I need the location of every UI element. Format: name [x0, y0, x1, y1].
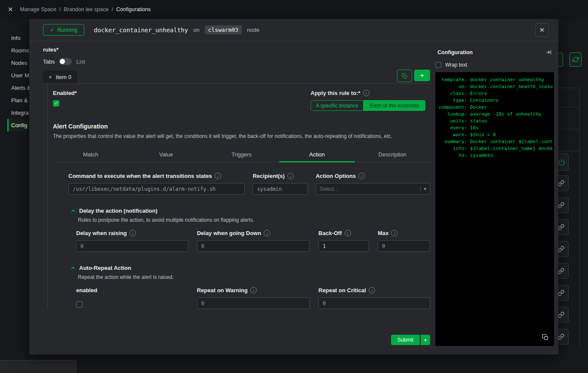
- auto-repeat-header[interactable]: Auto-Repeat Action: [71, 265, 430, 271]
- chevron-up-icon: [71, 208, 76, 214]
- alert-configuration-modal: ✓ Running docker_container_unhealthy on …: [29, 19, 558, 355]
- action-main-row: Command to execute when the alert transi…: [68, 173, 430, 195]
- breadcrumb-space-name[interactable]: Brandon lee space: [64, 6, 108, 12]
- tab-description[interactable]: Description: [355, 148, 430, 162]
- code-line: info: ${label:container_name} docke: [439, 145, 551, 152]
- sidebar-footer-area: [0, 360, 76, 373]
- sidebar-item-alerts[interactable]: Alerts &: [7, 82, 29, 94]
- arrow-to-bar-icon: [545, 49, 552, 55]
- recipients-input[interactable]: [252, 183, 308, 195]
- command-input[interactable]: [68, 183, 245, 195]
- wrap-text-checkbox[interactable]: [435, 62, 441, 68]
- delay-fields-row: Delay when raising i Delay when going Do…: [76, 230, 430, 252]
- delay-raising-label: Delay when raising i: [76, 230, 188, 236]
- code-line: on: docker.container_health_statu: [439, 83, 551, 90]
- remove-item-icon[interactable]: ×: [49, 74, 52, 80]
- delay-raising-field: Delay when raising i: [76, 230, 188, 252]
- code-line: summary: Docker container ${label:cont: [439, 138, 551, 145]
- repeat-warning-field: Repeat on Warning i: [197, 287, 310, 309]
- enabled-checkbox[interactable]: ✓: [53, 100, 59, 107]
- code-line: lookup: average -10s of unhealthy: [439, 111, 551, 118]
- auto-repeat-section: Auto-Repeat Action Repeat the action whi…: [68, 265, 430, 309]
- apply-each-instance-button[interactable]: Each of the instances: [363, 100, 425, 111]
- select-divider: [420, 186, 421, 192]
- info-icon[interactable]: i: [129, 230, 136, 236]
- info-icon[interactable]: i: [358, 173, 365, 179]
- configuration-code-viewer[interactable]: template: docker_container_unhealthy on:…: [435, 72, 554, 346]
- backoff-label-text: Back-Off: [318, 230, 342, 236]
- apply-rule-label-text: Apply this rule to:*: [311, 90, 360, 96]
- view-mode-toggle[interactable]: [59, 58, 72, 65]
- link-icon: [558, 202, 564, 208]
- info-icon[interactable]: i: [287, 173, 294, 179]
- sidebar-item-integrations[interactable]: Integra: [7, 107, 29, 119]
- delay-down-input[interactable]: [197, 240, 310, 252]
- submit-options-button[interactable]: ▾: [421, 335, 430, 345]
- view-mode-row: Tabs List: [43, 58, 430, 65]
- delay-raising-input[interactable]: [76, 240, 188, 252]
- sidebar-item-configurations[interactable]: Config: [7, 119, 29, 131]
- apply-specific-instance-button[interactable]: A specific instance: [311, 100, 363, 111]
- repeat-enabled-checkbox[interactable]: [76, 301, 83, 308]
- code-line: component: Docker: [439, 104, 551, 111]
- delay-section: Delay the action (notification) Rules to…: [68, 208, 430, 252]
- link-icon: [558, 224, 564, 230]
- add-item-button[interactable]: +: [414, 70, 430, 81]
- sidebar-item-nodes[interactable]: Nodes: [7, 57, 29, 69]
- backoff-input[interactable]: [318, 240, 369, 252]
- delay-section-title: Delay the action (notification): [79, 208, 157, 214]
- auto-repeat-title: Auto-Repeat Action: [79, 265, 131, 271]
- modal-close-button[interactable]: ✕: [535, 23, 549, 37]
- submit-button[interactable]: Submit: [391, 335, 420, 345]
- code-line: every: 10s: [439, 125, 551, 131]
- recipients-label-text: Recipient(s): [252, 173, 284, 179]
- configuration-preview-panel: Configuration Wrap text template: docker…: [435, 49, 554, 346]
- background-table-border: [579, 88, 580, 346]
- breadcrumb: Manage Space / Brandon lee space / Confi…: [20, 6, 151, 12]
- repeat-critical-label-text: Repeat on Critical: [318, 287, 366, 294]
- action-options-label: Action Options i: [316, 173, 430, 179]
- rules-label: rules*: [43, 46, 430, 53]
- action-options-select[interactable]: Select... ▾: [316, 183, 430, 195]
- link-icon: [558, 333, 564, 340]
- sidebar-item-user-management[interactable]: User M: [7, 69, 29, 82]
- background-row-divider: [555, 107, 580, 107]
- sidebar-items: Info Rooms Nodes User M Alerts & Plan & …: [7, 32, 29, 131]
- repeat-critical-label: Repeat on Critical i: [318, 287, 430, 294]
- info-icon[interactable]: i: [369, 287, 375, 294]
- copy-code-button[interactable]: [542, 334, 549, 341]
- breadcrumb-manage-space[interactable]: Manage Space: [20, 6, 56, 12]
- sidebar-item-rooms[interactable]: Rooms: [7, 44, 29, 57]
- modal-header: ✓ Running docker_container_unhealthy on …: [29, 19, 558, 41]
- refresh-button[interactable]: [570, 52, 582, 67]
- duplicate-item-button[interactable]: [397, 70, 412, 82]
- code-line: type: Containers: [439, 97, 551, 104]
- info-icon[interactable]: i: [345, 230, 351, 236]
- tab-value[interactable]: Value: [128, 148, 203, 162]
- repeat-enabled-label: enabled: [76, 287, 188, 294]
- info-icon[interactable]: i: [264, 230, 270, 236]
- sidebar-item-info[interactable]: Info: [7, 32, 29, 44]
- chevron-down-icon: ▾: [424, 186, 426, 192]
- info-icon[interactable]: i: [215, 173, 221, 179]
- tab-action[interactable]: Action: [279, 148, 354, 162]
- code-line: class: Errors: [439, 90, 551, 97]
- close-icon[interactable]: ✕: [8, 6, 13, 13]
- sidebar-item-plan-billing[interactable]: Plan &: [7, 94, 29, 107]
- repeat-warning-input[interactable]: [197, 297, 310, 309]
- info-icon[interactable]: i: [363, 90, 369, 96]
- close-icon: ✕: [539, 26, 545, 34]
- rule-item-tab[interactable]: × Item 0: [43, 70, 77, 83]
- max-input[interactable]: [378, 240, 430, 252]
- info-icon[interactable]: i: [250, 287, 257, 294]
- repeat-critical-input[interactable]: [318, 297, 430, 309]
- tab-match[interactable]: Match: [53, 148, 128, 162]
- tab-triggers[interactable]: Triggers: [204, 148, 279, 162]
- delay-section-header[interactable]: Delay the action (notification): [71, 208, 430, 214]
- status-badge[interactable]: ✓ Running: [43, 24, 84, 36]
- collapse-panel-button[interactable]: [545, 49, 552, 55]
- info-icon[interactable]: i: [391, 230, 397, 236]
- chevron-down-icon: ▾: [424, 338, 426, 342]
- command-field: Command to execute when the alert transi…: [68, 173, 245, 195]
- status-badge-label: Running: [57, 27, 77, 33]
